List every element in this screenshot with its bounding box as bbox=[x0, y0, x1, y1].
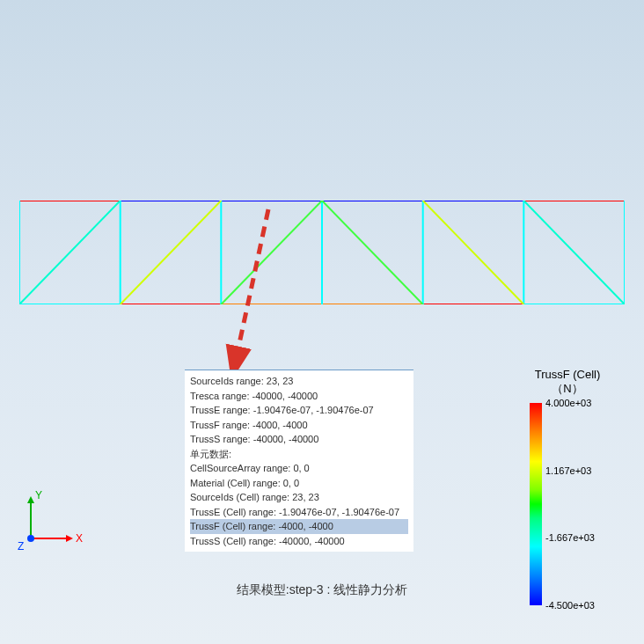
axis-gizmo: X Y Z bbox=[18, 490, 88, 552]
svg-text:Y: Y bbox=[35, 490, 42, 501]
info-line: TrussE (Cell) range: -1.90476e-07, -1.90… bbox=[190, 505, 408, 520]
colorbar-gradient bbox=[530, 403, 542, 605]
legend-tick: 1.167e+03 bbox=[545, 465, 591, 476]
legend-title-1: TrussF (Cell) bbox=[519, 368, 616, 381]
legend-tick: -1.667e+03 bbox=[545, 532, 595, 543]
info-line: TrussE range: -1.90476e-07, -1.90476e-07 bbox=[190, 403, 408, 418]
info-line: TrussF (Cell) range: -4000, -4000 bbox=[190, 519, 408, 534]
svg-line-24 bbox=[523, 201, 625, 304]
data-info-panel: SourceIds range: 23, 23Tresca range: -40… bbox=[185, 370, 413, 552]
svg-text:X: X bbox=[76, 532, 83, 545]
svg-point-33 bbox=[27, 535, 34, 542]
info-line: TrussS (Cell) range: -40000, -40000 bbox=[190, 534, 408, 549]
truss-diagram bbox=[19, 201, 625, 304]
svg-marker-28 bbox=[66, 535, 73, 542]
info-line: Tresca range: -40000, -40000 bbox=[190, 389, 408, 404]
svg-line-20 bbox=[121, 201, 222, 304]
info-line: SourceIds (Cell) range: 23, 23 bbox=[190, 490, 408, 505]
info-line: TrussF range: -4000, -4000 bbox=[190, 418, 408, 433]
svg-line-22 bbox=[322, 201, 423, 304]
info-line: TrussS range: -40000, -40000 bbox=[190, 432, 408, 447]
svg-text:Z: Z bbox=[18, 540, 24, 552]
svg-line-19 bbox=[19, 201, 121, 304]
info-line: Material (Cell) range: 0, 0 bbox=[190, 476, 408, 491]
legend-tick: -4.500e+03 bbox=[545, 600, 595, 611]
svg-line-23 bbox=[423, 201, 524, 304]
legend-tick: 4.000e+03 bbox=[545, 398, 591, 408]
color-legend: TrussF (Cell) （N） 4.000e+031.167e+03-1.6… bbox=[519, 368, 616, 623]
svg-marker-31 bbox=[27, 496, 34, 503]
info-line: 单元数据: bbox=[190, 447, 408, 462]
legend-title-2: （N） bbox=[519, 381, 616, 397]
info-line: CellSourceArray range: 0, 0 bbox=[190, 461, 408, 476]
svg-line-21 bbox=[221, 201, 322, 304]
info-line: SourceIds range: 23, 23 bbox=[190, 374, 408, 389]
